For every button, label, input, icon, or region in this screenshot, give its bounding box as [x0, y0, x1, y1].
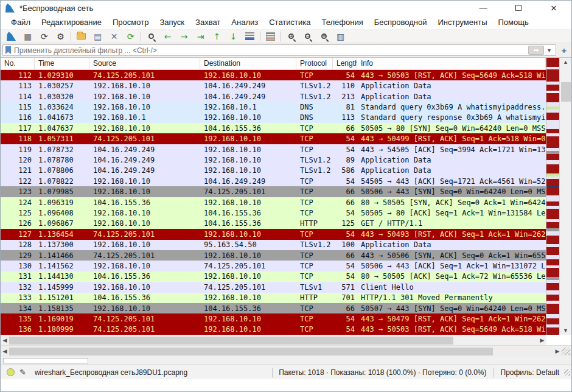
find-packet-icon[interactable]: [143, 30, 159, 43]
column-header-no[interactable]: No.: [1, 58, 35, 69]
vertical-scroll-track[interactable]: [560, 66, 571, 326]
hscroll-right-icon[interactable]: ▶: [538, 337, 546, 343]
zoom-in-icon[interactable]: +: [283, 30, 299, 43]
minimap-band: [546, 136, 559, 148]
packet-row[interactable]: 1351.16901974.125.205.101192.168.10.10TC…: [1, 313, 546, 324]
filter-dropdown-icon[interactable]: ▼: [545, 47, 556, 54]
packet-row[interactable]: 1161.041673192.168.10.1192.168.10.10DNS1…: [1, 113, 546, 123]
resize-columns-icon[interactable]: ▥: [332, 30, 349, 43]
cell-info: 80 → 50505 [SYN, ACK] Seq=0 Ack=1 Win=64…: [357, 198, 546, 207]
go-back-icon[interactable]: ←: [159, 30, 176, 43]
column-header-destination[interactable]: Destination: [200, 58, 296, 69]
cell-len: 66: [333, 251, 357, 260]
menu-item-4[interactable]: Захват: [190, 16, 226, 28]
go-forward-icon[interactable]: →: [176, 30, 192, 43]
packet-row[interactable]: 1331.151201104.16.155.36192.168.10.10HTT…: [1, 293, 546, 303]
open-file-icon[interactable]: [73, 30, 89, 43]
reload-file-icon[interactable]: ⟳: [122, 30, 139, 43]
apply-filter-button[interactable]: ➡: [528, 46, 544, 55]
packet-row[interactable]: 1341.158135192.168.10.10104.16.155.36TCP…: [1, 303, 546, 313]
packet-row[interactable]: 1291.14146674.125.205.101192.168.10.10TC…: [1, 250, 546, 261]
hscroll-track[interactable]: [9, 337, 538, 345]
lower-hscrollbar[interactable]: ◀ ▶: [1, 345, 571, 357]
stop-capture-icon[interactable]: ■: [19, 30, 36, 43]
menu-item-2[interactable]: Просмотр: [107, 16, 154, 28]
vertical-scrollbar[interactable]: ▲ ▼: [559, 58, 571, 335]
resize-grip[interactable]: [562, 348, 570, 355]
menu-item-0[interactable]: Файл: [5, 16, 36, 28]
column-header-protocol[interactable]: Protocol: [296, 58, 333, 69]
display-filter-input[interactable]: [14, 46, 528, 55]
scroll-down-icon[interactable]: ▼: [563, 326, 568, 335]
vertical-scroll-thumb[interactable]: [561, 82, 571, 102]
packet-list-hscrollbar[interactable]: ◀ ▶: [1, 335, 546, 345]
scroll-up-icon[interactable]: ▲: [563, 58, 568, 66]
menu-item-9[interactable]: Инструменты: [432, 16, 492, 28]
packet-row[interactable]: 1201.078780104.16.249.249192.168.10.10TL…: [1, 155, 546, 165]
profile-selector[interactable]: Профиль: Default: [497, 368, 565, 377]
auto-scroll-icon[interactable]: [242, 30, 258, 43]
menu-item-10[interactable]: Помощь: [493, 16, 534, 28]
go-to-packet-icon[interactable]: ⇥: [192, 30, 209, 43]
hscroll2-track[interactable]: [9, 348, 553, 355]
column-header-source[interactable]: Source: [89, 58, 200, 69]
packet-row[interactable]: 1221.078822192.168.10.10104.16.249.249TC…: [1, 176, 546, 186]
window-resize-grip[interactable]: [564, 369, 570, 376]
packet-row[interactable]: 1171.047637192.168.10.10104.16.155.36TCP…: [1, 123, 546, 133]
capture-options-icon[interactable]: ⚙: [52, 30, 69, 43]
zoom-original-icon[interactable]: =: [316, 30, 332, 43]
menu-item-7[interactable]: Телефония: [316, 16, 368, 28]
menu-item-1[interactable]: Редактирование: [36, 16, 107, 28]
packet-row[interactable]: 1121.02931074.125.205.101192.168.10.10TC…: [1, 70, 546, 80]
column-header-length[interactable]: Length: [333, 58, 357, 69]
packet-row[interactable]: 1241.096319104.16.155.36192.168.10.10TCP…: [1, 197, 546, 208]
close-file-icon[interactable]: ✕: [106, 30, 122, 43]
packet-row[interactable]: 1321.145999192.168.10.1074.125.205.101TL…: [1, 282, 546, 292]
restart-capture-icon[interactable]: ⟳: [36, 30, 52, 43]
hscroll-left-icon[interactable]: ◀: [1, 337, 9, 343]
hscroll-thumb[interactable]: [9, 337, 453, 345]
packet-row[interactable]: 1311.144130104.16.155.36192.168.10.10TCP…: [1, 271, 546, 282]
packet-row[interactable]: 1261.096867192.168.10.10104.16.155.36HTT…: [1, 219, 546, 229]
menu-item-5[interactable]: Анализ: [226, 16, 263, 28]
menu-item-8[interactable]: Беспроводной: [369, 16, 433, 28]
minimize-button[interactable]: —: [466, 1, 501, 15]
packet-row[interactable]: 1251.096408192.168.10.10104.16.155.36TCP…: [1, 208, 546, 218]
packet-row[interactable]: 1181.05731174.125.205.101192.168.10.10TC…: [1, 133, 546, 144]
hscroll2-thumb[interactable]: [9, 348, 493, 355]
colorize-icon[interactable]: [262, 30, 279, 43]
cell-info: Client Hello: [357, 283, 546, 292]
close-button[interactable]: ✕: [536, 1, 571, 15]
column-header-time[interactable]: Time: [35, 58, 89, 69]
zoom-out-icon[interactable]: −: [299, 30, 316, 43]
cell-src: 192.168.10.10: [89, 93, 200, 101]
packet-row[interactable]: 1361.18099974.125.205.101192.168.10.10TC…: [1, 324, 546, 335]
packet-minimap[interactable]: [546, 58, 559, 335]
packet-row[interactable]: 1231.079985192.168.10.1074.125.205.101TC…: [1, 186, 546, 197]
cell-src: 192.168.10.10: [89, 283, 200, 292]
hscroll2-right-icon[interactable]: ▶: [553, 348, 562, 354]
cell-proto: TLSv1.2: [296, 82, 333, 90]
hscroll2-left-icon[interactable]: ◀: [1, 348, 9, 354]
start-capture-icon[interactable]: [3, 30, 19, 43]
packet-row[interactable]: 1211.078806104.16.249.249192.168.10.10TL…: [1, 166, 546, 176]
packet-row[interactable]: 1151.033624192.168.10.10192.168.10.1DNS8…: [1, 102, 546, 112]
packet-row[interactable]: 1131.030257192.168.10.10104.16.249.249TL…: [1, 80, 546, 91]
save-file-icon[interactable]: ▤: [89, 30, 106, 43]
packet-row[interactable]: 1281.137300192.168.10.1095.163.54.50TLSv…: [1, 240, 546, 250]
filter-bookmark-icon[interactable]: [5, 46, 11, 54]
column-header-info[interactable]: Info: [357, 58, 546, 69]
packet-row[interactable]: 1141.030320192.168.10.10104.16.249.249TL…: [1, 91, 546, 102]
packet-row[interactable]: 1301.141562192.168.10.1074.125.205.101TC…: [1, 261, 546, 271]
go-first-packet-icon[interactable]: ↑: [209, 30, 225, 43]
add-filter-button[interactable]: +: [559, 45, 570, 56]
maximize-button[interactable]: [501, 1, 536, 15]
menu-item-3[interactable]: Запуск: [154, 16, 190, 28]
menu-item-6[interactable]: Статистика: [263, 16, 316, 28]
packet-row[interactable]: 1191.078732104.16.249.249192.168.10.10TC…: [1, 144, 546, 155]
annotation-pencil-icon[interactable]: ✎: [19, 368, 26, 377]
cell-len: 113: [333, 113, 357, 122]
go-last-packet-icon[interactable]: ↓: [225, 30, 242, 43]
expert-info-icon[interactable]: [7, 368, 15, 376]
packet-row[interactable]: 1271.13645474.125.205.101192.168.10.10TC…: [1, 229, 546, 239]
